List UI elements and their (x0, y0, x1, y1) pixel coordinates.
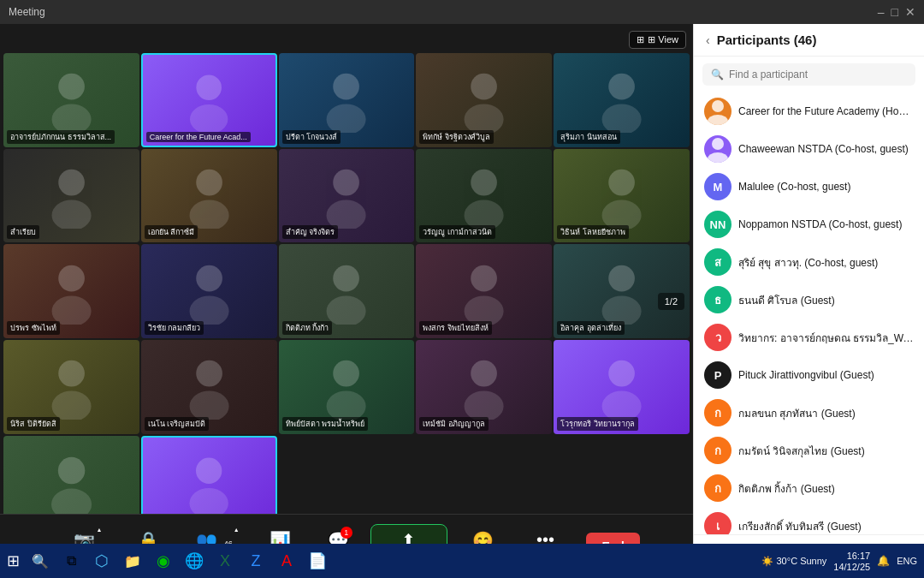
video-cell[interactable]: สุริมภา นินทสอน (554, 53, 690, 147)
list-item[interactable]: Chaweewan NSTDA (Co-host, guest) (694, 130, 924, 168)
video-cell[interactable]: ปรพร ซัพไพท์ (3, 244, 139, 338)
list-item[interactable]: MMalulee (Co-host, guest) (694, 168, 924, 206)
svg-point-46 (712, 138, 724, 150)
view-button[interactable]: ⊞ ⊞ View (629, 31, 686, 49)
video-cell[interactable]: วรัญญู เกาม์กาสวนิต (416, 149, 552, 243)
svg-point-37 (465, 391, 504, 420)
close-button[interactable]: ✕ (905, 5, 915, 19)
svg-point-26 (471, 265, 497, 291)
video-cell[interactable]: สำคัญ จริงจิตร (279, 149, 415, 243)
list-item[interactable]: NNNoppamon NSTDA (Co-host, guest) (694, 206, 924, 243)
list-item[interactable]: กกมลขนก สุภทัสนา (Guest) (694, 394, 924, 432)
taskbar-adobe[interactable]: A (273, 547, 300, 575)
video-cell[interactable]: เอกยัน ลีกาซ์มี (141, 149, 277, 243)
video-cell[interactable]: อาจารย์ปภักกนน ธรรมวิลาส... (3, 53, 139, 147)
svg-point-45 (708, 115, 728, 125)
minimize-button[interactable]: – (878, 5, 885, 19)
video-cell[interactable]: กิตติภท กิ้งก้า (279, 244, 415, 338)
video-grid: อาจารย์ปภักกนน ธรรมวิลาส... Career for t… (0, 50, 693, 535)
svg-point-28 (608, 265, 635, 291)
maximize-button[interactable]: □ (891, 5, 898, 19)
participant-name: Malulee (Co-host, guest) (738, 181, 914, 193)
video-cell[interactable]: วิธินห์ โลหยยีชภาพ (554, 149, 690, 243)
taskbar-chrome[interactable]: 🌐 (181, 547, 208, 575)
list-item[interactable]: ธธนนดี ศิโรบล (Guest) (694, 281, 924, 319)
video-cell[interactable]: พงสกร จิพยไทยสิงห์ (416, 244, 552, 338)
participant-search-input[interactable] (729, 69, 907, 80)
video-cell[interactable]: ปรีดา โกจนวงส์ (279, 53, 415, 147)
taskbar-zoom[interactable]: Z (242, 547, 270, 575)
video-cell[interactable]: โวรุกทอริ วิทยานรากุล (554, 340, 690, 434)
list-item[interactable]: ววิทยากร: อาจารย์กฤษดณ ธรรมวิล_Wa... (Gu… (694, 319, 924, 356)
participant-name: ทิพย์ปัสตา พรมน้ำหริพย์ (282, 417, 369, 431)
window-controls: – □ ✕ (878, 5, 915, 19)
participant-name: Noppamon NSTDA (Co-host, guest) (738, 218, 914, 230)
participant-name: พงสกร จิพยไทยสิงห์ (419, 321, 492, 335)
participant-name: สำเรียบ (7, 225, 39, 239)
video-cell[interactable]: เทม์ชัมิ อภิญญากูล (416, 340, 552, 434)
taskbar-excel[interactable]: X (211, 547, 239, 575)
participant-name: เทม์ชัมิ อภิญญากูล (419, 417, 489, 431)
svg-point-2 (196, 74, 222, 100)
participant-name: Career for the Future Academy (Host, me) (738, 105, 914, 117)
sun-icon: ☀️ (761, 556, 773, 567)
pagination: 1/2 (658, 293, 684, 310)
weather-display: ☀️ 30°C Sunny (761, 556, 827, 567)
svg-point-36 (471, 361, 497, 387)
taskbar-file-explorer[interactable]: 📁 (119, 547, 146, 575)
participant-name: Chaweewan NSTDA (Co-host, guest) (738, 143, 914, 155)
list-item[interactable]: PPituck Jirattivongvibul (Guest) (694, 356, 924, 394)
svg-point-23 (189, 295, 228, 324)
svg-point-13 (189, 200, 228, 229)
svg-point-31 (51, 391, 91, 420)
video-cell[interactable]: วิรชัย กลมกลียว (141, 244, 277, 338)
svg-point-21 (51, 295, 91, 324)
list-item[interactable]: กกมรัตน์ วินิจสกุลไทย (Guest) (694, 432, 924, 469)
svg-point-35 (327, 391, 366, 420)
participant-name: เกรียงสักดิ์ ทับทิมสรี (Guest) (738, 518, 914, 534)
participant-name: เนโน เจริญสมปัดิ (145, 417, 210, 431)
sidebar-collapse-button[interactable]: ‹ (706, 33, 710, 47)
svg-point-38 (608, 361, 635, 387)
svg-point-8 (608, 74, 635, 100)
list-item[interactable]: สสุริย์ สุขุ สาวทุ. (Co-host, guest) (694, 243, 924, 281)
video-cell[interactable]: เนโน เจริญสมปัดิ (141, 340, 277, 434)
date: 14/12/25 (833, 562, 870, 572)
title-bar: Meeting – □ ✕ (0, 0, 924, 24)
svg-point-11 (51, 200, 91, 229)
svg-point-43 (189, 488, 228, 516)
video-cell[interactable]: อิลาคุล อุดล่าเที่ยง (554, 244, 690, 338)
grid-icon: ⊞ (637, 34, 644, 45)
svg-point-4 (334, 74, 360, 100)
participant-name: นิริส ปิติรียัดสิ (7, 417, 60, 431)
taskbar-acrobat[interactable]: 📄 (304, 547, 331, 575)
participant-name: สำคัญ จริงจิตร (282, 225, 339, 239)
participant-name: สุริย์ สุขุ สาวทุ. (Co-host, guest) (738, 254, 914, 271)
svg-point-42 (196, 457, 222, 483)
video-cell[interactable]: สำเรียบ (3, 149, 139, 243)
participant-search-box[interactable]: 🔍 (702, 63, 915, 86)
participant-name: ธนนดี ศิโรบล (Guest) (738, 292, 914, 308)
taskbar-search[interactable]: 🔍 (27, 547, 54, 575)
svg-point-12 (196, 170, 222, 196)
taskbar-task-view[interactable]: ⧉ (57, 547, 85, 575)
svg-point-34 (334, 361, 360, 387)
list-item[interactable]: Career for the Future Academy (Host, me) (694, 92, 924, 130)
sidebar-title: Participants (46) (717, 33, 912, 47)
start-button[interactable]: ⊞ (7, 551, 20, 570)
participant-name: Career for the Future Acad... (146, 132, 251, 142)
svg-point-32 (196, 361, 222, 387)
list-item[interactable]: เเกรียงสักดิ์ ทับทิมสรี (Guest) (694, 507, 924, 534)
video-cell[interactable]: พิทกัษ์ จิรฐิตวงศ์วิบูล (416, 53, 552, 147)
taskbar-line[interactable]: ◉ (150, 547, 177, 575)
list-item[interactable]: กกิตติภพ กิ้งก้า (Guest) (694, 469, 924, 507)
weather-text: 30°C Sunny (777, 556, 827, 566)
svg-point-17 (465, 200, 504, 229)
svg-point-33 (189, 391, 228, 420)
svg-point-24 (334, 265, 360, 291)
video-cell[interactable]: Career for the Future Acad... (141, 53, 277, 147)
taskbar-edge[interactable]: ⬡ (88, 547, 116, 575)
video-cell[interactable]: ทิพย์ปัสตา พรมน้ำหริพย์ (279, 340, 415, 434)
video-area: ⊞ ⊞ View อาจารย์ปภักกนน ธรรมวิลาส... Car… (0, 24, 693, 578)
video-cell[interactable]: นิริส ปิติรียัดสิ (3, 340, 139, 434)
